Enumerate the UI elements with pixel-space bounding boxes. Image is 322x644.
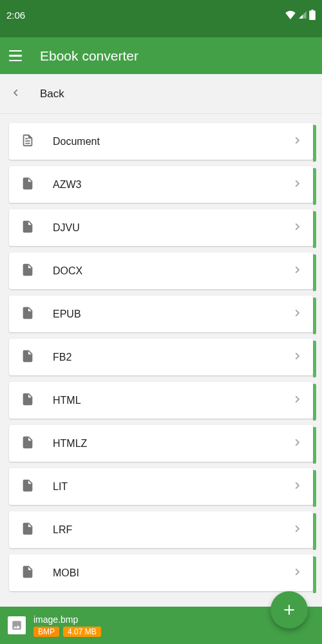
back-row[interactable]: Back bbox=[0, 74, 322, 114]
battery-icon bbox=[309, 10, 316, 20]
format-item[interactable]: LIT bbox=[9, 468, 313, 505]
card-accent bbox=[313, 211, 316, 248]
format-label: LRF bbox=[53, 524, 274, 536]
add-button[interactable] bbox=[270, 591, 308, 629]
format-item[interactable]: MOBI bbox=[9, 554, 313, 591]
status-icons bbox=[285, 10, 316, 20]
format-item[interactable]: HTML bbox=[9, 382, 313, 419]
document-icon bbox=[21, 133, 35, 150]
file-icon bbox=[21, 478, 35, 495]
status-time: 2:06 bbox=[6, 10, 25, 21]
file-icon bbox=[21, 522, 35, 538]
format-label: EPUB bbox=[53, 308, 274, 320]
file-thumbnail bbox=[8, 616, 26, 634]
format-label: DOCX bbox=[53, 265, 274, 277]
format-item[interactable]: HTMLZ bbox=[9, 425, 313, 462]
chevron-right-icon bbox=[292, 352, 301, 363]
card-accent bbox=[313, 427, 316, 464]
format-label: AZW3 bbox=[53, 179, 274, 191]
status-bar: 2:06 bbox=[0, 0, 322, 37]
format-label: HTML bbox=[53, 395, 274, 406]
card-accent bbox=[313, 125, 316, 162]
file-icon bbox=[21, 435, 35, 452]
file-badges: BMP 4.07 MB bbox=[33, 627, 101, 637]
app-bar: Ebook converter bbox=[0, 37, 322, 74]
chevron-right-icon bbox=[292, 438, 301, 450]
back-label: Back bbox=[40, 88, 64, 100]
format-item[interactable]: DJVU bbox=[9, 209, 313, 246]
card-accent bbox=[313, 513, 316, 550]
chevron-right-icon bbox=[292, 265, 301, 277]
chevron-right-icon bbox=[292, 481, 301, 493]
plus-icon bbox=[281, 601, 298, 618]
file-icon bbox=[21, 220, 35, 236]
wifi-icon bbox=[285, 10, 296, 19]
chevron-right-icon bbox=[292, 179, 301, 191]
file-name: image.bmp bbox=[33, 614, 101, 625]
format-label: DJVU bbox=[53, 222, 274, 234]
format-item[interactable]: EPUB bbox=[9, 296, 313, 332]
chevron-left-icon bbox=[12, 88, 21, 100]
file-info: image.bmp BMP 4.07 MB bbox=[33, 614, 101, 637]
card-accent bbox=[313, 384, 316, 421]
card-accent bbox=[313, 168, 316, 205]
card-accent bbox=[313, 556, 316, 593]
format-label: FB2 bbox=[53, 352, 274, 363]
card-accent bbox=[313, 254, 316, 291]
format-item[interactable]: AZW3 bbox=[9, 166, 313, 203]
file-icon bbox=[21, 176, 35, 193]
file-icon bbox=[21, 349, 35, 366]
format-item[interactable]: FB2 bbox=[9, 339, 313, 375]
file-ext-badge: BMP bbox=[33, 627, 59, 637]
card-accent bbox=[313, 341, 316, 377]
file-icon bbox=[21, 263, 35, 279]
format-label: LIT bbox=[53, 481, 274, 493]
format-item[interactable]: Document bbox=[9, 123, 313, 160]
app-title: Ebook converter bbox=[40, 48, 138, 64]
signal-icon bbox=[298, 10, 308, 19]
chevron-right-icon bbox=[292, 567, 301, 579]
format-item[interactable]: LRF bbox=[9, 511, 313, 548]
file-icon bbox=[21, 392, 35, 409]
chevron-right-icon bbox=[292, 524, 301, 536]
file-icon bbox=[21, 565, 35, 582]
file-icon bbox=[21, 306, 35, 323]
format-label: HTMLZ bbox=[53, 438, 274, 450]
format-label: Document bbox=[53, 136, 274, 147]
chevron-right-icon bbox=[292, 136, 301, 147]
chevron-right-icon bbox=[292, 222, 301, 234]
chevron-right-icon bbox=[292, 395, 301, 406]
card-accent bbox=[313, 298, 316, 334]
file-size-badge: 4.07 MB bbox=[63, 627, 101, 637]
format-item[interactable]: DOCX bbox=[9, 252, 313, 289]
menu-icon[interactable] bbox=[9, 48, 24, 64]
card-accent bbox=[313, 470, 316, 507]
image-icon bbox=[11, 620, 23, 631]
format-list: DocumentAZW3DJVUDOCXEPUBFB2HTMLHTMLZLITL… bbox=[0, 114, 322, 644]
format-label: MOBI bbox=[53, 567, 274, 579]
chevron-right-icon bbox=[292, 308, 301, 320]
